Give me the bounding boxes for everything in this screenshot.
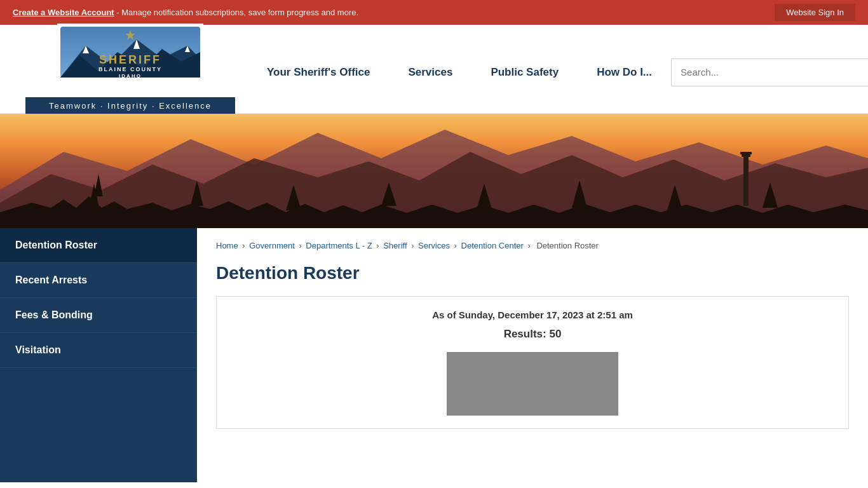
sidebar-item-detention-roster[interactable]: Detention Roster [0,228,197,263]
breadcrumb-separator: › [374,241,382,250]
search-area [671,52,868,86]
breadcrumb-separator: › [452,241,459,250]
roster-date: As of Sunday, December 17, 2023 at 2:51 … [229,309,836,320]
svg-rect-25 [740,152,752,154]
nav-link-services[interactable]: Services [389,61,471,84]
breadcrumb-link[interactable]: Detention Center [461,241,524,250]
nav-item-how-do-i: How Do I... [578,61,671,84]
logo-box: SHERIFF BLAINE COUNTY IDAHO [57,24,203,96]
breadcrumb-separator: › [297,241,304,250]
notification-text: Create a Website Account - Manage notifi… [13,8,358,17]
page-title: Detention Roster [216,263,849,283]
nav-link-how-do-i[interactable]: How Do I... [578,61,671,84]
main-nav: Your Sheriff's OfficeServicesPublic Safe… [248,55,671,84]
breadcrumb-link[interactable]: Home [216,241,238,250]
sidebar: Detention RosterRecent ArrestsFees & Bon… [0,228,197,482]
nav-list: Your Sheriff's OfficeServicesPublic Safe… [248,61,671,84]
svg-text:IDAHO: IDAHO [119,73,142,79]
search-input[interactable] [671,58,868,86]
breadcrumb-separator: › [240,241,248,250]
roster-image [447,352,618,416]
nav-item-your-sheriffs-office: Your Sheriff's Office [248,61,389,84]
breadcrumb-separator: › [409,241,417,250]
sidebar-item-fees-bonding[interactable]: Fees & Bonding [0,298,197,333]
breadcrumb-link[interactable]: Sheriff [383,241,407,250]
svg-text:BLAINE COUNTY: BLAINE COUNTY [98,66,162,72]
create-account-link[interactable]: Create a Website Account [13,8,114,17]
sheriff-logo: SHERIFF BLAINE COUNTY IDAHO [60,27,200,90]
nav-link-your-sheriffs-office[interactable]: Your Sheriff's Office [248,61,389,84]
nav-item-services: Services [389,61,471,84]
hero-svg [0,114,868,228]
site-header: SHERIFF BLAINE COUNTY IDAHO Teamwork · I… [0,25,868,114]
hero-banner [0,114,868,228]
roster-box: As of Sunday, December 17, 2023 at 2:51 … [216,296,849,429]
breadcrumb: Home › Government › Departments L - Z › … [216,241,849,250]
svg-text:SHERIFF: SHERIFF [99,53,161,66]
breadcrumb-link[interactable]: Departments L - Z [306,241,372,250]
breadcrumb-link[interactable]: Services [418,241,450,250]
svg-rect-23 [743,155,749,206]
notification-body: - Manage notification subscriptions, sav… [114,8,358,17]
sign-in-button[interactable]: Website Sign In [775,4,855,21]
nav-item-public-safety: Public Safety [471,61,578,84]
top-notification-bar: Create a Website Account - Manage notifi… [0,0,868,25]
sidebar-item-recent-arrests[interactable]: Recent Arrests [0,263,197,298]
search-box [671,58,868,86]
roster-results: Results: 50 [229,328,836,341]
nav-link-public-safety[interactable]: Public Safety [471,61,578,84]
sidebar-item-visitation[interactable]: Visitation [0,333,197,368]
logo-area: SHERIFF BLAINE COUNTY IDAHO Teamwork · I… [13,24,248,114]
breadcrumb-current: Detention Roster [536,241,599,250]
content-area: Home › Government › Departments L - Z › … [197,228,868,482]
breadcrumb-link[interactable]: Government [249,241,295,250]
logo-tagline: Teamwork · Integrity · Excellence [25,97,235,114]
main-content: Detention RosterRecent ArrestsFees & Bon… [0,228,868,482]
breadcrumb-separator: › [526,241,533,250]
